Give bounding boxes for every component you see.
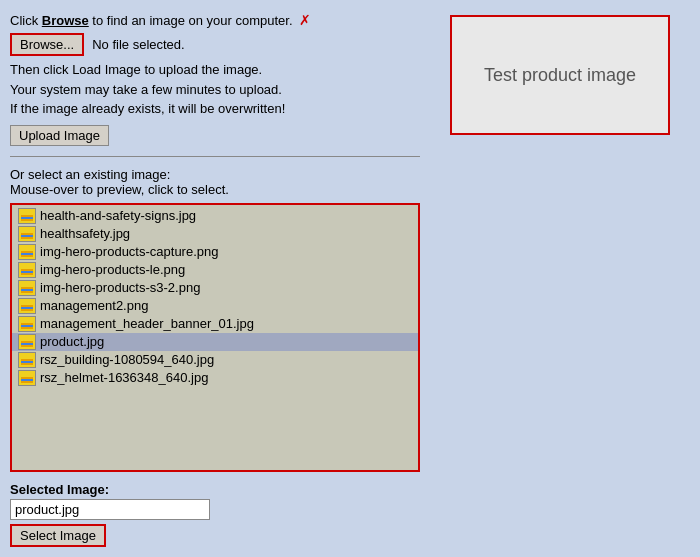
file-icon [18, 298, 36, 314]
file-name: healthsafety.jpg [40, 226, 130, 241]
file-icon [18, 370, 36, 386]
divider [10, 156, 420, 157]
list-item[interactable]: img-hero-products-s3-2.png [12, 279, 418, 297]
selected-image-input[interactable] [10, 499, 210, 520]
no-file-text: No file selected. [92, 35, 185, 55]
instruction-line2: Then click Load Image to upload the imag… [10, 60, 420, 80]
or-section: Or select an existing image: Mouse-over … [10, 167, 420, 197]
list-item[interactable]: management2.png [12, 297, 418, 315]
file-icon [18, 280, 36, 296]
file-icon [18, 316, 36, 332]
file-icon [18, 244, 36, 260]
or-line1: Or select an existing image: [10, 167, 420, 182]
file-icon [18, 208, 36, 224]
file-name: img-hero-products-s3-2.png [40, 280, 200, 295]
file-list-container[interactable]: health-and-safety-signs.jpghealthsafety.… [10, 203, 420, 473]
preview-text: Test product image [484, 65, 636, 86]
list-item[interactable]: product.jpg [12, 333, 418, 351]
file-name: rsz_helmet-1636348_640.jpg [40, 370, 208, 385]
selected-image-label: Selected Image: [10, 482, 420, 497]
file-icon [18, 226, 36, 242]
right-panel: Test product image [430, 10, 690, 547]
file-list: health-and-safety-signs.jpghealthsafety.… [12, 205, 418, 389]
file-name: rsz_building-1080594_640.jpg [40, 352, 214, 367]
instructions: Click Browse to find an image on your co… [10, 10, 420, 146]
file-list-scroll[interactable]: health-and-safety-signs.jpghealthsafety.… [12, 205, 418, 471]
file-name: product.jpg [40, 334, 104, 349]
instruction-text-line1: Click Browse to find an image on your co… [10, 11, 293, 31]
image-preview-box: Test product image [450, 15, 670, 135]
main-container: Click Browse to find an image on your co… [0, 0, 700, 557]
list-item[interactable]: rsz_helmet-1636348_640.jpg [12, 369, 418, 387]
list-item[interactable]: health-and-safety-signs.jpg [12, 207, 418, 225]
or-line2: Mouse-over to preview, click to select. [10, 182, 420, 197]
upload-image-button[interactable]: Upload Image [10, 125, 109, 146]
file-name: img-hero-products-le.png [40, 262, 185, 277]
list-item[interactable]: rsz_building-1080594_640.jpg [12, 351, 418, 369]
file-icon [18, 352, 36, 368]
top-row: Click Browse to find an image on your co… [10, 10, 420, 31]
instruction-line4: If the image already exists, it will be … [10, 99, 420, 119]
left-panel: Click Browse to find an image on your co… [10, 10, 420, 547]
close-icon[interactable]: ✗ [299, 10, 311, 31]
select-image-button[interactable]: Select Image [10, 524, 106, 547]
selected-image-section: Selected Image: Select Image [10, 482, 420, 547]
file-name: health-and-safety-signs.jpg [40, 208, 196, 223]
file-name: img-hero-products-capture.png [40, 244, 218, 259]
browse-button[interactable]: Browse... [10, 33, 84, 56]
instruction-line3: Your system may take a few minutes to up… [10, 80, 420, 100]
file-name: management2.png [40, 298, 148, 313]
file-icon [18, 262, 36, 278]
list-item[interactable]: img-hero-products-le.png [12, 261, 418, 279]
list-item[interactable]: healthsafety.jpg [12, 225, 418, 243]
file-name: management_header_banner_01.jpg [40, 316, 254, 331]
list-item[interactable]: img-hero-products-capture.png [12, 243, 418, 261]
file-icon [18, 334, 36, 350]
list-item[interactable]: management_header_banner_01.jpg [12, 315, 418, 333]
